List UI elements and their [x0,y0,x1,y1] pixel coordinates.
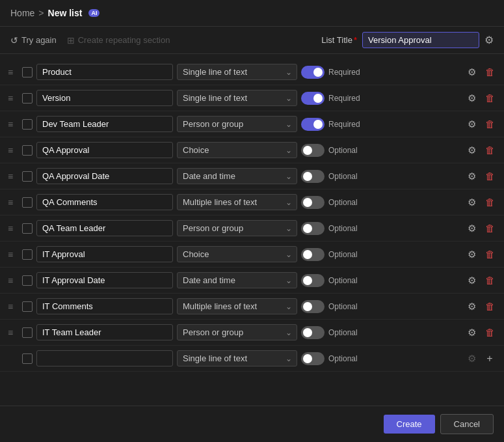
type-select-wrapper: Single line of textMultiple lines of tex… [177,324,297,340]
field-name-input[interactable] [36,90,173,106]
type-select[interactable]: Single line of textMultiple lines of tex… [177,194,297,210]
drag-handle[interactable]: ≡ [8,119,18,130]
create-button[interactable]: Create [384,415,435,434]
drag-handle[interactable]: ≡ [8,249,18,260]
toggle-slider [301,144,325,157]
type-select[interactable]: Single line of textMultiple lines of tex… [177,116,297,132]
required-toggle[interactable] [301,274,325,287]
field-name-input[interactable] [36,168,173,184]
settings-icon[interactable]: ⚙ [484,34,494,46]
field-name-input[interactable] [36,324,173,340]
row-delete-icon[interactable]: 🗑 [483,92,496,104]
required-toggle[interactable] [301,352,325,365]
required-toggle[interactable] [301,92,325,105]
type-select[interactable]: Single line of textMultiple lines of tex… [177,142,297,158]
required-toggle[interactable] [301,66,325,79]
type-select[interactable]: Single line of textMultiple lines of tex… [177,220,297,236]
type-select[interactable]: Single line of textMultiple lines of tex… [177,168,297,184]
type-select[interactable]: Single line of textMultiple lines of tex… [177,324,297,340]
row-delete-icon[interactable]: 🗑 [483,275,496,286]
field-name-input[interactable] [36,298,173,314]
row-delete-icon[interactable]: 🗑 [483,66,496,77]
row-checkbox[interactable] [22,171,33,182]
drag-handle[interactable]: ≡ [8,275,18,286]
row-checkbox[interactable] [22,353,33,364]
cancel-button[interactable]: Cancel [440,414,494,434]
field-name-input[interactable] [36,64,173,80]
try-again-button[interactable]: ↺ Try again [10,35,57,46]
list-title-input[interactable] [362,32,479,48]
row-settings-icon[interactable]: ⚙ [465,92,478,104]
drag-handle[interactable]: ≡ [8,327,18,338]
row-checkbox[interactable] [22,145,33,156]
row-checkbox[interactable] [22,249,33,260]
type-select[interactable]: Single line of textMultiple lines of tex… [177,246,297,262]
required-toggle[interactable] [301,118,325,131]
required-label: Optional [328,146,358,155]
row-checkbox[interactable] [22,93,33,104]
required-toggle[interactable] [301,196,325,209]
table-row: ≡ Single line of textMultiple lines of t… [0,242,504,268]
row-delete-icon[interactable]: 🗑 [483,301,496,312]
row-checkbox[interactable] [22,119,33,130]
toggle-slider [301,248,325,261]
row-delete-icon[interactable]: 🗑 [483,118,496,130]
field-name-input[interactable] [36,246,173,262]
required-toggle[interactable] [301,222,325,235]
field-name-input[interactable] [36,194,173,210]
table-row: ≡ Single line of textMultiple lines of t… [0,137,504,163]
row-settings-icon[interactable]: ⚙ [465,118,478,130]
row-settings-icon[interactable]: ⚙ [465,197,478,208]
row-settings-icon[interactable]: ⚙ [465,249,478,260]
required-toggle[interactable] [301,170,325,183]
row-delete-icon[interactable]: 🗑 [483,249,496,260]
row-settings-icon[interactable]: ⚙ [465,301,478,312]
type-select[interactable]: Single line of textMultiple lines of tex… [177,298,297,314]
type-select[interactable]: Single line of textMultiple lines of tex… [177,272,297,288]
field-name-input[interactable] [36,142,173,158]
row-delete-icon[interactable]: 🗑 [483,327,496,338]
row-settings-icon[interactable]: ⚙ [465,327,478,338]
row-delete-icon[interactable]: 🗑 [483,145,496,156]
type-select[interactable]: Single line of textMultiple lines of tex… [177,90,297,106]
row-checkbox[interactable] [22,275,33,286]
type-select[interactable]: Single line of textMultiple lines of tex… [177,350,297,366]
row-settings-icon[interactable]: ⚙ [465,66,478,78]
new-field-name-input[interactable] [36,350,173,366]
row-settings-icon[interactable]: ⚙ [465,171,478,182]
required-toggle[interactable] [301,326,325,339]
row-settings-icon[interactable]: ⚙ [465,275,478,286]
field-name-input[interactable] [36,220,173,236]
drag-handle[interactable]: ≡ [8,171,18,182]
add-row-icon[interactable]: + [483,353,496,365]
table-row: ≡ Single line of textMultiple lines of t… [0,320,504,346]
row-checkbox[interactable] [22,67,33,77]
field-name-input[interactable] [36,272,173,288]
create-repeating-button[interactable]: ⊞ Create repeating section [67,35,170,46]
drag-handle[interactable]: ≡ [8,301,18,312]
required-label: Optional [328,302,358,311]
table-row: ≡ Single line of textMultiple lines of t… [0,59,504,85]
row-checkbox[interactable] [22,223,33,234]
row-actions: ⚙ 🗑 [465,223,496,234]
drag-handle[interactable]: ≡ [8,197,18,208]
row-delete-icon[interactable]: 🗑 [483,223,496,234]
drag-handle[interactable]: ≡ [8,145,18,156]
row-settings-icon[interactable]: ⚙ [465,145,478,156]
required-toggle[interactable] [301,144,325,157]
drag-handle[interactable]: ≡ [8,223,18,234]
row-delete-icon[interactable]: 🗑 [483,171,496,182]
row-delete-icon[interactable]: 🗑 [483,197,496,208]
row-settings-icon[interactable]: ⚙ [465,223,478,234]
breadcrumb-home[interactable]: Home [10,8,34,18]
row-checkbox[interactable] [22,301,33,312]
row-checkbox[interactable] [22,197,33,208]
toggle-container: Optional [301,196,366,209]
type-select[interactable]: Single line of textMultiple lines of tex… [177,64,297,80]
drag-handle[interactable]: ≡ [8,93,18,104]
required-toggle[interactable] [301,248,325,261]
field-name-input[interactable] [36,116,173,132]
drag-handle[interactable]: ≡ [8,67,18,77]
required-toggle[interactable] [301,300,325,313]
row-checkbox[interactable] [22,327,33,338]
